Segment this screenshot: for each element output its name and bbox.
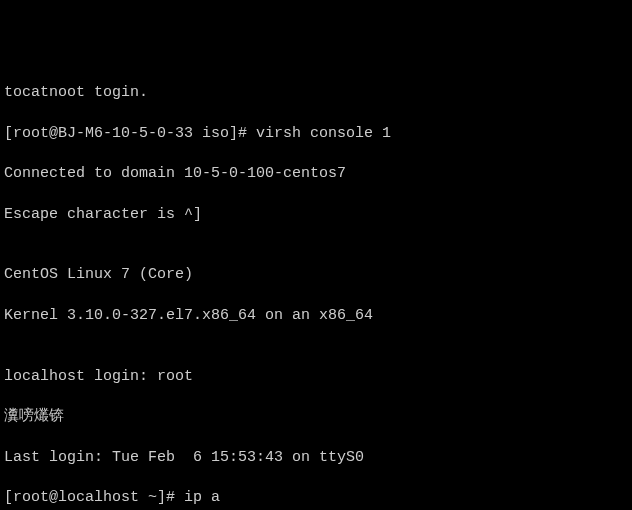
terminal-line-last-login: Last login: Tue Feb 6 15:53:43 on ttyS0 [4, 448, 628, 468]
terminal-line-escape: Escape character is ^] [4, 205, 628, 225]
terminal-line-virsh-cmd: [root@BJ-M6-10-5-0-33 iso]# virsh consol… [4, 124, 628, 144]
terminal-line-ip-cmd: [root@localhost ~]# ip a [4, 488, 628, 508]
terminal-line-os: CentOS Linux 7 (Core) [4, 265, 628, 285]
terminal-line-password-garbled: 瀵嗙爜锛 [4, 407, 628, 427]
terminal-line-connected: Connected to domain 10-5-0-100-centos7 [4, 164, 628, 184]
terminal-line-login: localhost login: root [4, 367, 628, 387]
terminal-line-truncated: tocatnoot togin. [4, 83, 628, 103]
terminal-line-kernel: Kernel 3.10.0-327.el7.x86_64 on an x86_6… [4, 306, 628, 326]
